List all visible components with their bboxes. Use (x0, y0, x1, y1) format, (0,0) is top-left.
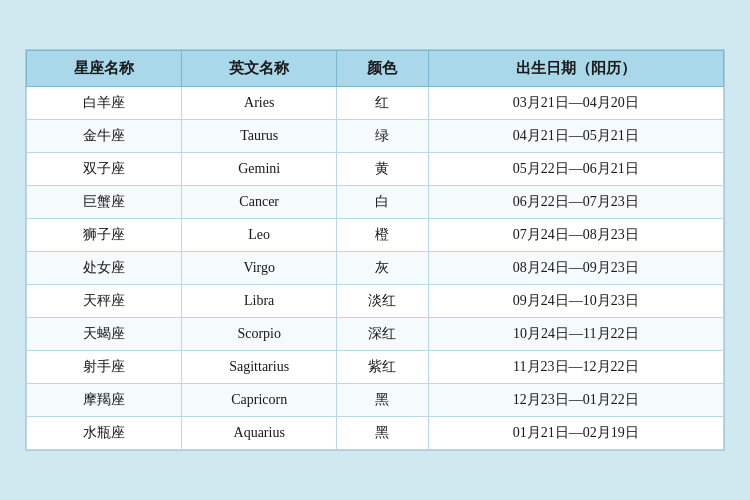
table-row: 水瓶座Aquarius黑01月21日—02月19日 (27, 417, 724, 450)
table-cell-4-1: Leo (182, 219, 337, 252)
table-cell-4-0: 狮子座 (27, 219, 182, 252)
table-cell-5-1: Virgo (182, 252, 337, 285)
table-cell-7-3: 10月24日—11月22日 (428, 318, 723, 351)
table-row: 天秤座Libra淡红09月24日—10月23日 (27, 285, 724, 318)
table-cell-2-0: 双子座 (27, 153, 182, 186)
table-cell-8-2: 紫红 (337, 351, 428, 384)
table-cell-0-0: 白羊座 (27, 87, 182, 120)
column-header-3: 出生日期（阳历） (428, 51, 723, 87)
table-row: 摩羯座Capricorn黑12月23日—01月22日 (27, 384, 724, 417)
table-cell-1-3: 04月21日—05月21日 (428, 120, 723, 153)
table-cell-5-3: 08月24日—09月23日 (428, 252, 723, 285)
column-header-2: 颜色 (337, 51, 428, 87)
table-cell-5-0: 处女座 (27, 252, 182, 285)
table-cell-7-2: 深红 (337, 318, 428, 351)
table-cell-10-3: 01月21日—02月19日 (428, 417, 723, 450)
table-row: 巨蟹座Cancer白06月22日—07月23日 (27, 186, 724, 219)
table-cell-1-2: 绿 (337, 120, 428, 153)
table-row: 处女座Virgo灰08月24日—09月23日 (27, 252, 724, 285)
table-cell-10-0: 水瓶座 (27, 417, 182, 450)
table-cell-2-3: 05月22日—06月21日 (428, 153, 723, 186)
table-cell-6-1: Libra (182, 285, 337, 318)
table-cell-4-2: 橙 (337, 219, 428, 252)
table-cell-10-2: 黑 (337, 417, 428, 450)
table-cell-6-0: 天秤座 (27, 285, 182, 318)
table-cell-7-1: Scorpio (182, 318, 337, 351)
column-header-0: 星座名称 (27, 51, 182, 87)
table-cell-0-3: 03月21日—04月20日 (428, 87, 723, 120)
table-cell-3-2: 白 (337, 186, 428, 219)
table-cell-6-3: 09月24日—10月23日 (428, 285, 723, 318)
table-row: 金牛座Taurus绿04月21日—05月21日 (27, 120, 724, 153)
table-cell-2-1: Gemini (182, 153, 337, 186)
table-cell-0-2: 红 (337, 87, 428, 120)
table-cell-4-3: 07月24日—08月23日 (428, 219, 723, 252)
table-cell-6-2: 淡红 (337, 285, 428, 318)
table-row: 白羊座Aries红03月21日—04月20日 (27, 87, 724, 120)
table-cell-7-0: 天蝎座 (27, 318, 182, 351)
table-cell-3-1: Cancer (182, 186, 337, 219)
table-cell-9-3: 12月23日—01月22日 (428, 384, 723, 417)
table-cell-2-2: 黄 (337, 153, 428, 186)
table-header-row: 星座名称英文名称颜色出生日期（阳历） (27, 51, 724, 87)
table-cell-0-1: Aries (182, 87, 337, 120)
table-row: 射手座Sagittarius紫红11月23日—12月22日 (27, 351, 724, 384)
table-cell-3-0: 巨蟹座 (27, 186, 182, 219)
table-cell-3-3: 06月22日—07月23日 (428, 186, 723, 219)
table-cell-8-1: Sagittarius (182, 351, 337, 384)
table-cell-5-2: 灰 (337, 252, 428, 285)
table-cell-1-0: 金牛座 (27, 120, 182, 153)
column-header-1: 英文名称 (182, 51, 337, 87)
table-body: 白羊座Aries红03月21日—04月20日金牛座Taurus绿04月21日—0… (27, 87, 724, 450)
table-cell-1-1: Taurus (182, 120, 337, 153)
table-cell-10-1: Aquarius (182, 417, 337, 450)
zodiac-table: 星座名称英文名称颜色出生日期（阳历） 白羊座Aries红03月21日—04月20… (26, 50, 724, 450)
table-cell-8-3: 11月23日—12月22日 (428, 351, 723, 384)
table-cell-9-1: Capricorn (182, 384, 337, 417)
table-row: 狮子座Leo橙07月24日—08月23日 (27, 219, 724, 252)
table-cell-8-0: 射手座 (27, 351, 182, 384)
zodiac-table-wrapper: 星座名称英文名称颜色出生日期（阳历） 白羊座Aries红03月21日—04月20… (25, 49, 725, 451)
table-row: 天蝎座Scorpio深红10月24日—11月22日 (27, 318, 724, 351)
table-row: 双子座Gemini黄05月22日—06月21日 (27, 153, 724, 186)
table-cell-9-2: 黑 (337, 384, 428, 417)
table-cell-9-0: 摩羯座 (27, 384, 182, 417)
